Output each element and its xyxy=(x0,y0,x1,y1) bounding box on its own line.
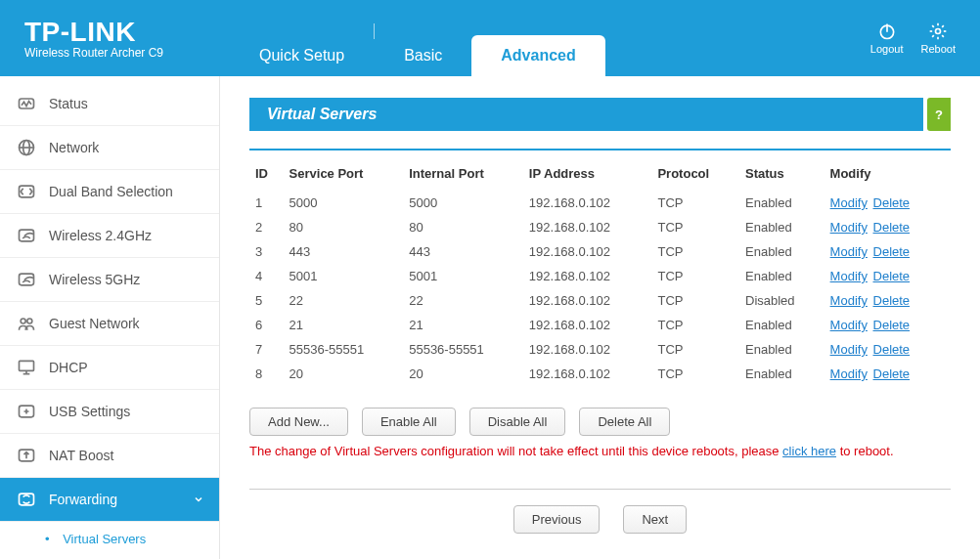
sidebar-item-forwarding[interactable]: Forwarding xyxy=(0,478,219,522)
usb-icon xyxy=(16,401,37,422)
table-row: 62121192.168.0.102TCPEnabledModify Delet… xyxy=(249,313,951,337)
cell-service-port: 443 xyxy=(284,239,404,264)
cell-ip: 192.168.0.102 xyxy=(523,215,652,239)
delete-all-button[interactable]: Delete All xyxy=(579,408,670,436)
cell-modify: Modify Delete xyxy=(824,215,951,239)
delete-link[interactable]: Delete xyxy=(873,269,911,283)
logout-label: Logout xyxy=(870,43,904,55)
cell-protocol: TCP xyxy=(651,362,739,386)
delete-link[interactable]: Delete xyxy=(873,318,911,332)
cell-id: 7 xyxy=(249,337,284,362)
help-button[interactable]: ? xyxy=(927,98,951,131)
col-id: ID xyxy=(249,160,284,191)
cell-service-port: 55536-55551 xyxy=(284,337,404,362)
header: TP-LINK Wireless Router Archer C9 Quick … xyxy=(0,0,980,76)
sidebar-item-dual-band[interactable]: Dual Band Selection xyxy=(0,170,219,214)
cell-modify: Modify Delete xyxy=(824,337,951,362)
cell-ip: 192.168.0.102 xyxy=(523,337,652,362)
cell-modify: Modify Delete xyxy=(824,264,951,288)
sidebar-item-nat[interactable]: NAT Boost xyxy=(0,434,219,478)
delete-link[interactable]: Delete xyxy=(873,220,911,235)
next-button[interactable]: Next xyxy=(623,505,687,534)
sidebar-subitem-virtual-servers[interactable]: Virtual Servers xyxy=(0,522,219,556)
svg-rect-20 xyxy=(20,361,34,370)
add-new-button[interactable]: Add New... xyxy=(249,408,348,436)
cell-service-port: 80 xyxy=(284,215,404,239)
sidebar-item-label: Network xyxy=(49,140,99,155)
cell-internal-port: 80 xyxy=(403,215,523,239)
top-nav: Quick Setup Basic Advanced xyxy=(230,0,870,76)
modify-link[interactable]: Modify xyxy=(830,318,868,332)
wifi-icon xyxy=(16,269,37,290)
sidebar-item-usb[interactable]: USB Settings xyxy=(0,390,219,434)
reboot-link[interactable]: click here xyxy=(782,444,836,458)
svg-point-2 xyxy=(936,29,941,34)
table-row: 755536-5555155536-55551192.168.0.102TCPE… xyxy=(249,337,951,362)
delete-link[interactable]: Delete xyxy=(873,366,911,381)
tab-quick-setup[interactable]: Quick Setup xyxy=(230,35,374,76)
svg-point-19 xyxy=(27,319,32,323)
cell-internal-port: 55536-55551 xyxy=(403,337,523,362)
cell-internal-port: 5001 xyxy=(403,264,523,288)
sidebar-item-label: Guest Network xyxy=(49,316,140,331)
cell-ip: 192.168.0.102 xyxy=(523,264,652,288)
sidebar-item-dhcp[interactable]: DHCP xyxy=(0,346,219,390)
table-row: 3443443192.168.0.102TCPEnabledModify Del… xyxy=(249,239,951,264)
modify-link[interactable]: Modify xyxy=(830,293,868,308)
cell-ip: 192.168.0.102 xyxy=(523,362,652,386)
modify-link[interactable]: Modify xyxy=(830,195,868,210)
cell-protocol: TCP xyxy=(651,264,739,288)
col-status: Status xyxy=(739,160,824,191)
dual-band-icon xyxy=(16,181,37,202)
col-protocol: Protocol xyxy=(651,160,739,191)
forwarding-icon xyxy=(16,489,37,510)
cell-service-port: 22 xyxy=(284,288,404,313)
cell-modify: Modify Delete xyxy=(824,288,951,313)
cell-modify: Modify Delete xyxy=(824,239,951,264)
previous-button[interactable]: Previous xyxy=(513,505,601,534)
cell-ip: 192.168.0.102 xyxy=(523,239,652,264)
modify-link[interactable]: Modify xyxy=(830,220,868,235)
cell-status: Enabled xyxy=(739,362,824,386)
subitem-label: Virtual Servers xyxy=(63,532,146,546)
delete-link[interactable]: Delete xyxy=(873,342,911,357)
delete-link[interactable]: Delete xyxy=(873,293,911,308)
sidebar-item-label: Status xyxy=(49,96,88,111)
reboot-button[interactable]: Reboot xyxy=(921,22,956,55)
warning-message: The change of Virtual Servers configurat… xyxy=(249,442,951,461)
cell-protocol: TCP xyxy=(651,215,739,239)
cell-status: Enabled xyxy=(739,337,824,362)
modify-link[interactable]: Modify xyxy=(830,366,868,381)
modify-link[interactable]: Modify xyxy=(830,244,868,259)
modify-link[interactable]: Modify xyxy=(830,342,868,357)
cell-internal-port: 20 xyxy=(403,362,523,386)
sidebar-item-guest[interactable]: Guest Network xyxy=(0,302,219,346)
sidebar-item-network[interactable]: Network xyxy=(0,126,219,170)
cell-protocol: TCP xyxy=(651,313,739,337)
sidebar-item-status[interactable]: Status xyxy=(0,82,219,126)
logo-block: TP-LINK Wireless Router Archer C9 xyxy=(24,17,230,60)
cell-ip: 192.168.0.102 xyxy=(523,313,652,337)
cell-modify: Modify Delete xyxy=(824,313,951,337)
modify-link[interactable]: Modify xyxy=(830,269,868,283)
disable-all-button[interactable]: Disable All xyxy=(469,408,566,436)
sidebar-item-wireless-5[interactable]: Wireless 5GHz xyxy=(0,258,219,302)
enable-all-button[interactable]: Enable All xyxy=(362,408,456,436)
cell-protocol: TCP xyxy=(651,337,739,362)
col-ip: IP Address xyxy=(523,160,652,191)
cell-id: 6 xyxy=(249,313,284,337)
cell-modify: Modify Delete xyxy=(824,191,951,215)
tab-basic[interactable]: Basic xyxy=(375,35,471,76)
boost-icon xyxy=(16,445,37,466)
delete-link[interactable]: Delete xyxy=(873,195,911,210)
pagination-row: Previous Next xyxy=(249,489,951,534)
logout-button[interactable]: Logout xyxy=(870,22,904,55)
sidebar-item-wireless-24[interactable]: Wireless 2.4GHz xyxy=(0,214,219,258)
delete-link[interactable]: Delete xyxy=(873,244,911,259)
table-row: 28080192.168.0.102TCPEnabledModify Delet… xyxy=(249,215,951,239)
cell-status: Enabled xyxy=(739,264,824,288)
tab-advanced[interactable]: Advanced xyxy=(471,35,604,76)
reboot-label: Reboot xyxy=(921,43,956,55)
header-actions: Logout Reboot xyxy=(870,22,956,55)
svg-rect-17 xyxy=(20,274,34,285)
